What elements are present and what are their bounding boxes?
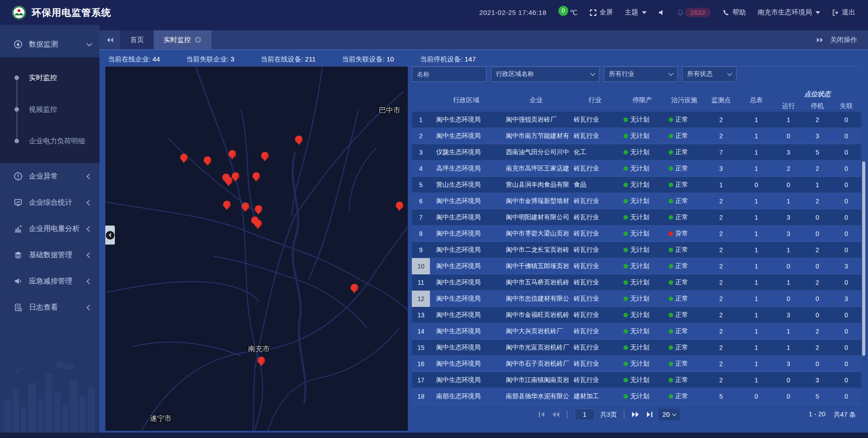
table-row[interactable]: 12 阆中生态环境局 阆中市忠信建材有限公 砖瓦行业 无计划 正常 2 1 0 … bbox=[412, 291, 861, 307]
prev-page-button[interactable] bbox=[552, 411, 560, 418]
cell-region: 阆中生态环境局 bbox=[430, 278, 502, 287]
cell-meters: 1 bbox=[739, 263, 774, 270]
first-page-button[interactable] bbox=[538, 411, 546, 418]
cell-limit: 无计划 bbox=[620, 278, 665, 287]
tab-0[interactable]: 首页 bbox=[120, 30, 154, 49]
table-row[interactable]: 17 阆中生态环境局 阆中市江南镇阆南页岩 砖瓦行业 无计划 正常 2 1 0 … bbox=[412, 372, 861, 388]
sidebar-subitem-0-0[interactable]: 实时监控 bbox=[0, 62, 99, 94]
cell-stop: 2 bbox=[803, 344, 832, 351]
logout-button[interactable]: 退出 bbox=[832, 8, 855, 17]
notification-bell[interactable]: 2632 bbox=[677, 8, 711, 17]
last-page-button[interactable] bbox=[645, 411, 653, 418]
stat-value: 10 bbox=[387, 55, 394, 63]
table-row[interactable]: 11 阆中生态环境局 阆中市五马桥页岩机砖 砖瓦行业 无计划 正常 2 1 1 … bbox=[412, 274, 861, 291]
next-page-button[interactable] bbox=[632, 411, 640, 418]
map-marker-icon[interactable] bbox=[223, 201, 231, 208]
map-panel[interactable]: 巴中市南充市遂宁市 bbox=[105, 66, 408, 431]
industry-select[interactable]: 所有行业 bbox=[604, 66, 678, 82]
sidebar-item-3[interactable]: 企业用电量分析 bbox=[0, 216, 99, 242]
table-row[interactable]: 6 阆中生态环境局 阆中市金博瑞新型墙材 砖瓦行业 无计划 正常 2 1 1 2… bbox=[412, 193, 861, 209]
tab-1[interactable]: 实时监控 bbox=[154, 30, 212, 49]
cell-enterprise: 阆中市江南镇阆南页岩 bbox=[502, 376, 570, 384]
table-row[interactable]: 1 阆中生态环境局 阆中强锐页岩砖厂 砖瓦行业 无计划 正常 2 1 1 2 0 bbox=[412, 112, 861, 128]
cell-stop: 0 bbox=[803, 360, 832, 367]
map-marker-icon[interactable] bbox=[231, 172, 239, 180]
sidebar-item-0[interactable]: 数据监测 bbox=[0, 31, 99, 57]
sidebar-decoration bbox=[0, 347, 99, 433]
chevron-left-icon bbox=[86, 174, 92, 179]
map-marker-icon[interactable] bbox=[228, 150, 236, 158]
cell-enterprise: 阆中强锐页岩砖厂 bbox=[502, 116, 570, 124]
table-row[interactable]: 7 阆中生态环境局 阆中明阳建材有限公司 砖瓦行业 无计划 正常 2 1 3 0… bbox=[412, 209, 861, 226]
map-marker-icon[interactable] bbox=[255, 205, 262, 213]
map-marker-icon[interactable] bbox=[396, 202, 403, 209]
cell-meters: 1 bbox=[739, 116, 774, 123]
status-dot bbox=[623, 378, 628, 382]
map-collapse-button[interactable] bbox=[105, 226, 115, 245]
theme-dropdown[interactable]: 主题 bbox=[625, 8, 646, 17]
cell-stop: 0 bbox=[803, 263, 832, 270]
cell-points: 2 bbox=[703, 214, 739, 221]
sidebar-item-5[interactable]: 应急减排管理 bbox=[0, 268, 99, 294]
sidebar-item-6[interactable]: 日志查看 bbox=[0, 294, 99, 320]
status-select[interactable]: 所有状态 bbox=[682, 66, 736, 82]
cell-limit: 无计划 bbox=[620, 230, 665, 238]
table-row[interactable]: 2 阆中生态环境局 阆中市南方节能建材有 砖瓦行业 无计划 正常 2 1 0 3… bbox=[412, 128, 861, 144]
cell-limit: 无计划 bbox=[620, 213, 665, 221]
table-row[interactable]: 14 阆中生态环境局 阆中大兴页岩机砖厂 砖瓦行业 无计划 正常 2 1 1 2… bbox=[412, 323, 861, 339]
page-number-input[interactable] bbox=[575, 409, 594, 420]
row-number: 3 bbox=[412, 144, 430, 160]
cell-run: 1 bbox=[774, 116, 803, 123]
table-header: 行政区域 企业 行业 停限产 治污设施 监测点 总表 点位状态 运行 停机 失联 bbox=[412, 88, 861, 112]
close-operations-button[interactable]: 关闭操作 bbox=[830, 36, 857, 44]
status-dot bbox=[669, 329, 673, 334]
map-marker-icon[interactable] bbox=[252, 172, 260, 180]
tab-scroll-left-button[interactable] bbox=[99, 30, 120, 49]
sidebar-item-1[interactable]: 企业异常 bbox=[0, 163, 99, 189]
sidebar-subitem-0-2[interactable]: 企业电力负荷明细 bbox=[0, 125, 99, 157]
table-row[interactable]: 3 仪陇生态环境局 西南油气田分公司川中 化工 无计划 正常 7 1 3 5 0 bbox=[412, 144, 861, 160]
table-row[interactable]: 18 南部生态环境局 南部县驰华水泥有限公 建材加工 无计划 正常 5 0 0 … bbox=[412, 388, 861, 405]
sidebar-item-4[interactable]: 基础数据管理 bbox=[0, 242, 99, 268]
map-marker-icon[interactable] bbox=[261, 152, 269, 160]
row-number: 8 bbox=[412, 226, 430, 242]
map-marker-icon[interactable] bbox=[295, 136, 303, 143]
map-marker-icon[interactable] bbox=[258, 357, 265, 364]
fullscreen-button[interactable]: 全屏 bbox=[590, 8, 613, 17]
table-row[interactable]: 4 高坪生态环境局 南充市高坪区王家店建 砖瓦行业 无计划 正常 3 1 2 2… bbox=[412, 160, 861, 177]
table-scrollbar[interactable] bbox=[862, 161, 865, 356]
tab-close-icon[interactable] bbox=[194, 36, 202, 43]
double-chevron-right-icon[interactable] bbox=[816, 37, 824, 43]
name-search-input[interactable] bbox=[412, 66, 486, 82]
map-marker-icon[interactable] bbox=[225, 177, 232, 184]
stat-value: 211 bbox=[305, 55, 316, 63]
mute-speaker-icon[interactable] bbox=[658, 9, 665, 16]
cell-points: 2 bbox=[703, 295, 739, 302]
sidebar-subitem-0-1[interactable]: 视频监控 bbox=[0, 94, 99, 125]
sidebar-item-2[interactable]: 企业综合统计 bbox=[0, 189, 99, 216]
map-marker-icon[interactable] bbox=[204, 156, 212, 164]
cell-points: 2 bbox=[703, 344, 739, 351]
cell-points: 2 bbox=[703, 377, 739, 384]
table-row[interactable]: 13 阆中生态环境局 阆中市金福旺页岩机砖 砖瓦行业 无计划 正常 2 1 3 … bbox=[412, 307, 861, 323]
double-chevron-left-icon bbox=[106, 37, 114, 43]
region-select[interactable]: 行政区域名称 bbox=[491, 66, 599, 82]
table-row[interactable]: 9 阆中生态环境局 阆中市二龙长宝页岩砖 砖瓦行业 无计划 正常 2 1 1 2… bbox=[412, 242, 861, 258]
cell-enterprise: 西南油气田分公司川中 bbox=[502, 148, 570, 156]
table-row[interactable]: 16 阆中生态环境局 阆中市石子页岩机砖厂 砖瓦行业 无计划 正常 2 1 3 … bbox=[412, 356, 861, 372]
table-row[interactable]: 10 阆中生态环境局 阆中千佛镇五郎垭页岩 砖瓦行业 无计划 正常 2 1 0 … bbox=[412, 258, 861, 274]
help-button[interactable]: 帮助 bbox=[722, 8, 746, 17]
status-dot bbox=[669, 394, 673, 399]
cell-run: 1 bbox=[774, 246, 803, 254]
row-number: 14 bbox=[412, 323, 430, 339]
chevron-down-icon bbox=[672, 412, 677, 416]
map-marker-icon[interactable] bbox=[241, 203, 249, 210]
map-marker-icon[interactable] bbox=[350, 284, 358, 292]
table-row[interactable]: 8 阆中生态环境局 阆中市枣碧大梁山页岩 砖瓦行业 无计划 异常 2 1 3 0… bbox=[412, 226, 861, 242]
table-row[interactable]: 5 营山生态环境局 营山县润丰肉食品有限 食品 无计划 正常 1 0 0 1 0 bbox=[412, 177, 861, 193]
map-marker-icon[interactable] bbox=[180, 154, 188, 161]
organization-dropdown[interactable]: 南充市生态环境局 bbox=[758, 8, 820, 17]
table-row[interactable]: 15 阆中生态环境局 阆中市光富页岩机砖厂 砖瓦行业 无计划 正常 2 1 1 … bbox=[412, 339, 861, 356]
map-marker-icon[interactable] bbox=[254, 220, 262, 227]
page-size-select[interactable]: 20 bbox=[659, 409, 679, 420]
